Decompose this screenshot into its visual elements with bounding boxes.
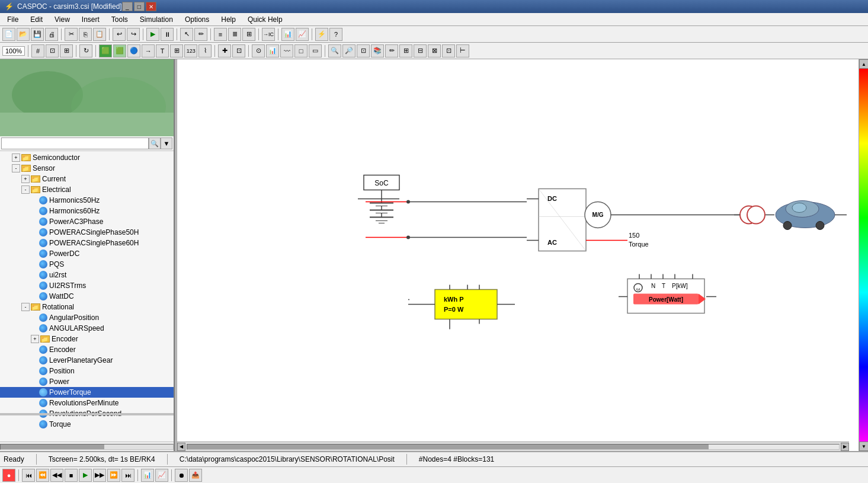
scope2-button[interactable]: 📈 [296, 28, 309, 41]
component-button[interactable]: ⚡ [315, 28, 328, 41]
tree-item-wattdc[interactable]: WattDC [0, 291, 174, 302]
new-button[interactable]: 📄 [2, 28, 15, 41]
undo-button[interactable]: ↩ [113, 28, 126, 41]
step-forward-big-button[interactable]: ⏩ [107, 469, 120, 482]
num-button[interactable]: 123 [184, 44, 197, 57]
canvas-vscrollbar[interactable]: ▲ ▼ [859, 59, 868, 451]
canvas-hscrollbar[interactable]: ◀ ▶ [177, 442, 849, 451]
toggle-current[interactable]: + [21, 175, 30, 183]
tree-item-angularspeed[interactable]: ANGULARSpeed [0, 323, 174, 334]
align4-button[interactable]: ⊡ [442, 44, 455, 57]
grid-button[interactable]: # [31, 44, 44, 57]
toggle-sensor[interactable]: - [12, 164, 20, 172]
tree-item-powerac60[interactable]: POWERACSinglePhase60H [0, 238, 174, 248]
toggle-semiconductor[interactable]: + [12, 153, 20, 162]
step-back-button[interactable]: ◀◀ [50, 469, 63, 482]
pause-button[interactable]: ⏸ [161, 28, 174, 41]
tree-item-ui2rst[interactable]: ui2rst [0, 270, 174, 280]
step-back-big-button[interactable]: ⏪ [36, 469, 49, 482]
align-button[interactable]: ⊞ [399, 44, 412, 57]
cut-button[interactable]: ✂ [65, 28, 78, 41]
close-button[interactable]: ✕ [146, 2, 156, 11]
vscroll-down-button[interactable]: ▼ [859, 442, 868, 451]
run-button[interactable]: ▶ [146, 28, 159, 41]
wire-button[interactable]: ✏ [194, 28, 207, 41]
paste-button[interactable]: 📋 [93, 28, 106, 41]
zoom-fit-button[interactable]: ⊡ [357, 44, 370, 57]
list3-button[interactable]: ⊞ [242, 28, 255, 41]
tree-item-harmonics50[interactable]: Harmonics50Hz [0, 195, 174, 206]
resistor-button[interactable]: ⊞ [170, 44, 183, 57]
record-button[interactable]: ● [2, 469, 15, 482]
orient-button[interactable]: ⊞ [60, 44, 73, 57]
cross-button[interactable]: ✚ [218, 44, 231, 57]
tree-item-angularpos[interactable]: AngularPosition [0, 312, 174, 323]
color2-button[interactable]: 🟩 [113, 44, 126, 57]
scope-button[interactable]: 📊 [281, 28, 294, 41]
stop-button[interactable]: ■ [65, 469, 78, 482]
component-tree[interactable]: + 📁 Semiconductor - 📁 Sensor + 📁 Current [0, 151, 174, 442]
go-start-button[interactable]: ⏮ [22, 469, 35, 482]
copy-button[interactable]: ⎘ [79, 28, 92, 41]
export-button[interactable]: 📤 [189, 469, 202, 482]
box2-button[interactable]: ▭ [309, 44, 322, 57]
tree-item-ui2rstrms[interactable]: UI2RSTrms [0, 280, 174, 291]
search-button[interactable]: 🔍 [149, 137, 161, 149]
list-button[interactable]: ≡ [214, 28, 227, 41]
menu-file[interactable]: File [2, 14, 23, 25]
tree-hscroll[interactable] [0, 442, 174, 451]
menu-insert[interactable]: Insert [77, 14, 104, 25]
toggle-electrical[interactable]: - [21, 185, 30, 194]
menu-options[interactable]: Options [180, 14, 214, 25]
zoom-in-button[interactable]: 🔍 [328, 44, 341, 57]
record2-button[interactable]: ⏺ [175, 469, 188, 482]
snap-button[interactable]: ⊡ [46, 44, 59, 57]
tree-item-semiconductor[interactable]: + 📁 Semiconductor [0, 152, 174, 163]
tree-item-powerac3[interactable]: PowerAC3Phase [0, 216, 174, 227]
color1-button[interactable]: 🟩 [99, 44, 112, 57]
zoom-out-button[interactable]: 🔎 [342, 44, 355, 57]
edit-button[interactable]: ✏ [385, 44, 398, 57]
toggle-rotational[interactable]: - [21, 303, 30, 311]
help-button[interactable]: ? [329, 28, 342, 41]
tree-item-pqs[interactable]: PQS [0, 259, 174, 270]
redo-button[interactable]: ↪ [127, 28, 140, 41]
print-button[interactable]: 🖨 [45, 28, 58, 41]
ic-button[interactable]: →IC [262, 28, 275, 41]
tree-item-powerdc[interactable]: PowerDC [0, 248, 174, 259]
dot-button[interactable]: ⊡ [232, 44, 245, 57]
tree-item-current[interactable]: + 📁 Current [0, 174, 174, 184]
search-input[interactable] [1, 137, 149, 149]
hscroll-right-button[interactable]: ▶ [841, 443, 849, 451]
tree-item-power[interactable]: Power [0, 376, 174, 387]
text-button[interactable]: T [156, 44, 169, 57]
align5-button[interactable]: ⊢ [456, 44, 469, 57]
menu-simulation[interactable]: Simulation [135, 14, 178, 25]
tree-item-powerac50[interactable]: POWERACSinglePhase50H [0, 227, 174, 238]
go-end-button[interactable]: ⏭ [121, 469, 134, 482]
list2-button[interactable]: ≣ [228, 28, 241, 41]
chart-button[interactable]: 📊 [266, 44, 279, 57]
step-forward-button[interactable]: ▶▶ [93, 469, 106, 482]
oscilloscope-button[interactable]: 📊 [141, 469, 154, 482]
clock-button[interactable]: ⊙ [252, 44, 265, 57]
vscroll-track[interactable] [859, 69, 868, 442]
menu-tools[interactable]: Tools [107, 14, 133, 25]
toggle-encoder[interactable]: + [31, 335, 39, 343]
arrow-button[interactable]: → [142, 44, 155, 57]
menu-quickhelp[interactable]: Quick Help [243, 14, 287, 25]
menu-view[interactable]: View [50, 14, 75, 25]
tree-item-lever[interactable]: LeverPlanetaryGear [0, 355, 174, 366]
wire2-button[interactable]: ⌇ [198, 44, 212, 57]
lib-button[interactable]: 📚 [371, 44, 384, 57]
save-button[interactable]: 💾 [31, 28, 44, 41]
menu-edit[interactable]: Edit [25, 14, 47, 25]
tree-item-torque[interactable]: Torque [0, 419, 174, 430]
wave-button[interactable]: 〰 [280, 44, 293, 57]
play-button[interactable]: ▶ [79, 469, 92, 482]
tree-item-sensor[interactable]: - 📁 Sensor [0, 163, 174, 174]
search-options-button[interactable]: ▼ [161, 137, 172, 149]
tree-item-electrical[interactable]: - 📁 Electrical [0, 184, 174, 195]
tree-item-encoder[interactable]: Encoder [0, 344, 174, 355]
select-button[interactable]: ↖ [180, 28, 193, 41]
